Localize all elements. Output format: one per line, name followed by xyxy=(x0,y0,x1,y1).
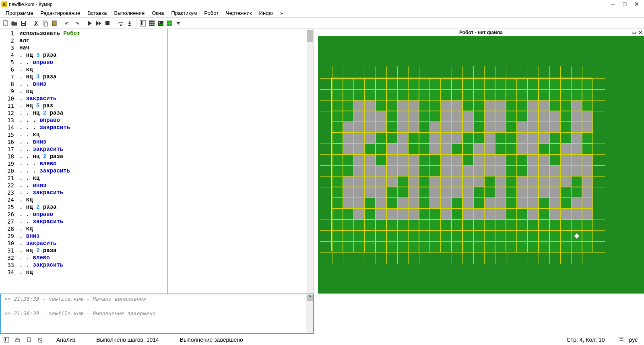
new-file-icon[interactable] xyxy=(2,19,10,27)
line-gutter: 1234567891011121314151617181920212223242… xyxy=(0,29,17,294)
menu-item-4[interactable]: Окна xyxy=(149,9,167,17)
robot-title-bar: Робот - нет файла ▭ ✕ xyxy=(318,29,644,36)
menubar: ПрограммаРедактированиеВставкаВыполнение… xyxy=(0,9,644,18)
menu-item-8[interactable]: Инфо xyxy=(256,9,276,17)
green-grid-icon[interactable] xyxy=(165,19,173,27)
svg-rect-12 xyxy=(128,25,131,26)
grid2-icon[interactable] xyxy=(148,19,156,27)
redo-icon[interactable] xyxy=(72,19,80,27)
stop-icon[interactable] xyxy=(103,19,111,27)
save-file-icon[interactable] xyxy=(19,19,27,27)
menu-item-1[interactable]: Редактирование xyxy=(37,9,83,17)
undo-icon[interactable] xyxy=(64,19,72,27)
sb-icon3[interactable] xyxy=(26,337,32,343)
svg-rect-27 xyxy=(16,339,20,342)
robot-pane: Робот - нет файла ▭ ✕ xyxy=(314,29,644,294)
image-icon[interactable] xyxy=(157,19,165,27)
svg-rect-34 xyxy=(621,338,622,339)
svg-line-30 xyxy=(39,338,42,342)
robot-title-text: Робот - нет файла xyxy=(459,30,503,35)
minimize-button[interactable]: ─ xyxy=(610,2,615,7)
console-right: ^ xyxy=(245,294,313,333)
maximize-button[interactable]: □ xyxy=(622,2,627,7)
app-icon: К xyxy=(2,2,7,7)
paste-icon[interactable] xyxy=(50,19,58,27)
console-scrollbar[interactable]: ^ xyxy=(306,294,313,333)
keyboard-icon[interactable] xyxy=(618,337,624,343)
copy-icon[interactable] xyxy=(41,19,50,27)
svg-rect-15 xyxy=(149,21,155,26)
status-lang[interactable]: рус xyxy=(629,337,641,343)
status-state: Выполнение завершено xyxy=(172,337,251,343)
menu-item-3[interactable]: Выполнение xyxy=(111,9,148,17)
svg-rect-25 xyxy=(4,337,9,342)
editor-margin xyxy=(168,29,314,294)
editor-pane: 1234567891011121314151617181920212223242… xyxy=(0,29,314,294)
robot-close-icon[interactable]: ✕ xyxy=(638,30,642,35)
sb-icon1[interactable] xyxy=(3,337,10,343)
step-over-icon[interactable] xyxy=(117,19,125,27)
menu-item-0[interactable]: Программа xyxy=(2,9,36,17)
svg-rect-35 xyxy=(622,338,623,339)
status-position: Стр: 4, Кол: 10 xyxy=(559,337,613,343)
svg-rect-7 xyxy=(44,22,47,26)
svg-rect-36 xyxy=(619,340,623,341)
editor-scrollbar[interactable] xyxy=(307,29,314,294)
svg-rect-3 xyxy=(22,24,25,25)
console-area: >> 21:38:39 - newfile.kum - Начало выпол… xyxy=(0,294,314,334)
menu-item-7[interactable]: Чертежник xyxy=(223,9,255,17)
toolbar xyxy=(0,18,644,29)
close-button[interactable]: ✕ xyxy=(634,2,639,7)
svg-rect-31 xyxy=(618,337,624,342)
svg-point-21 xyxy=(159,22,160,23)
console-output[interactable]: >> 21:38:39 - newfile.kum - Начало выпол… xyxy=(1,294,245,333)
run-icon[interactable] xyxy=(86,19,94,27)
svg-rect-33 xyxy=(620,338,621,339)
statusbar: Анализ Выполнено шагов: 1014 Выполнение … xyxy=(0,334,644,345)
svg-rect-26 xyxy=(5,338,6,341)
sb-icon4[interactable] xyxy=(37,337,43,343)
titlebar: К newfile.kum - Кумир ─ □ ✕ xyxy=(0,0,644,9)
run-fast-icon[interactable] xyxy=(95,19,103,27)
svg-rect-28 xyxy=(27,338,31,342)
status-analysis: Анализ xyxy=(48,337,83,343)
sb-icon2[interactable] xyxy=(14,337,21,343)
open-file-icon[interactable] xyxy=(10,19,19,27)
svg-rect-11 xyxy=(120,25,122,26)
status-steps: Выполнено шагов: 1014 xyxy=(88,337,167,343)
robot-maximize-icon[interactable]: ▭ xyxy=(632,30,636,35)
menu-item-6[interactable]: Робот xyxy=(201,9,222,17)
svg-rect-10 xyxy=(105,21,109,25)
menu-item-2[interactable]: Вставка xyxy=(84,9,110,17)
robot-canvas[interactable] xyxy=(318,36,644,294)
grid1-icon[interactable] xyxy=(139,19,147,27)
svg-rect-32 xyxy=(619,338,619,339)
svg-rect-2 xyxy=(22,21,25,23)
svg-rect-14 xyxy=(141,21,142,25)
svg-rect-9 xyxy=(53,21,56,22)
menu-item-5[interactable]: Практикум xyxy=(168,9,200,17)
dropdown-icon[interactable] xyxy=(174,19,182,27)
cut-icon[interactable] xyxy=(33,19,41,27)
step-into-icon[interactable] xyxy=(126,19,134,27)
svg-rect-20 xyxy=(158,21,163,26)
menu-item-9[interactable]: » xyxy=(277,9,286,17)
code-editor[interactable]: использовать Роботалгнач. нц 3 раза. . в… xyxy=(17,29,167,294)
window-title: newfile.kum - Кумир xyxy=(9,2,53,7)
